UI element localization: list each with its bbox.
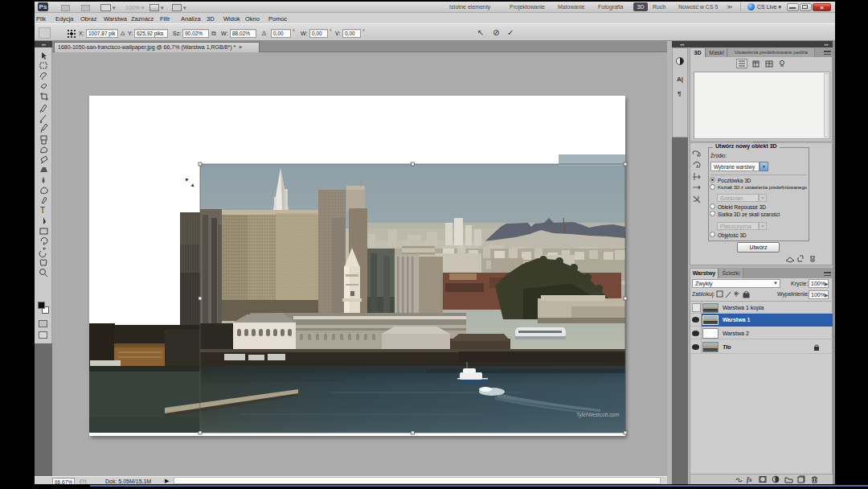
- svg-text:T: T: [40, 206, 45, 215]
- svg-text:fx: fx: [747, 476, 752, 483]
- svg-text:TylerWestcott.com: TylerWestcott.com: [576, 412, 619, 418]
